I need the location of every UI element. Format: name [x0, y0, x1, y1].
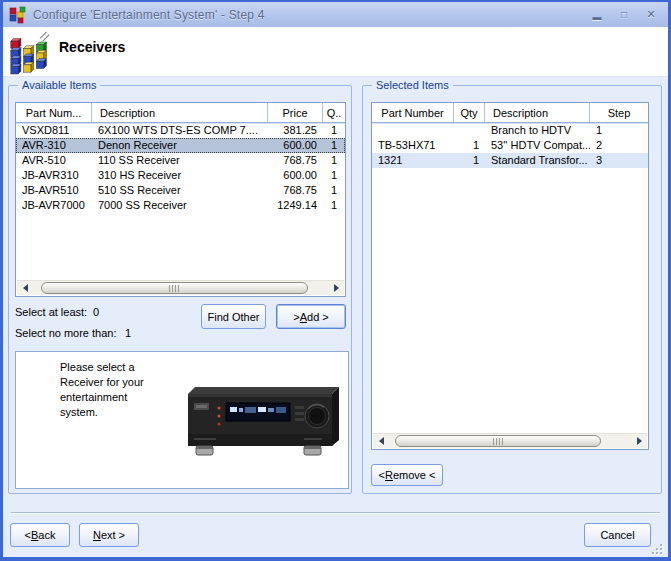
cell-part: JB-AVR7000	[16, 198, 92, 213]
table-row[interactable]: JB-AVR510510 SS Receiver768.751	[16, 183, 345, 198]
cell-desc: 7000 SS Receiver	[92, 198, 268, 213]
table-row[interactable]: AVR-510110 SS Receiver768.751	[16, 153, 345, 168]
scroll-right-arrow-icon[interactable]	[328, 281, 344, 295]
table-row[interactable]: 13211Standard Transfor...3	[372, 153, 648, 168]
cancel-button[interactable]: Cancel	[584, 523, 651, 547]
cell-qty: 1	[323, 153, 345, 168]
dialog-window: Configure 'Entertainment System' - Step …	[0, 0, 671, 561]
footer-divider	[11, 512, 660, 514]
back-button[interactable]: < Back	[10, 523, 70, 547]
remove-button[interactable]: < Remove <	[371, 464, 443, 486]
cell-qty: 1	[323, 198, 345, 213]
selected-items-group: Selected Items Part NumberQtyDescription…	[362, 85, 662, 494]
cell-part: JB-AVR310	[16, 168, 92, 183]
cell-qty: 1	[323, 183, 345, 198]
resize-grip[interactable]	[650, 542, 662, 554]
add-button[interactable]: > Add >	[276, 304, 346, 329]
scrollbar-thumb[interactable]	[395, 435, 601, 447]
cell-price: 768.75	[268, 153, 323, 168]
dialog-body: Available Items Part Num...DescriptionPr…	[3, 77, 668, 557]
column-header[interactable]: Description	[485, 103, 590, 122]
selection-hint: Please select a Receiver for your entert…	[60, 360, 144, 420]
page-header: Receivers	[3, 27, 668, 77]
available-horizontal-scrollbar[interactable]	[17, 280, 344, 295]
cell-qty: 1	[323, 138, 345, 153]
cell-part: VSXD811	[16, 123, 92, 138]
column-header[interactable]: Qty	[454, 103, 485, 122]
minimize-icon[interactable]: ▬	[590, 12, 604, 22]
scroll-left-arrow-icon[interactable]	[17, 281, 33, 295]
table-row[interactable]: Branch to HDTV1	[372, 123, 648, 138]
table-row[interactable]: JB-AVR310310 HS Receiver600.001	[16, 168, 345, 183]
select-at-least-label: Select at least:	[15, 306, 93, 318]
available-items-list: Part Num...DescriptionPriceQ.. VSXD8116X…	[15, 102, 346, 297]
receiver-image	[174, 378, 346, 464]
table-row[interactable]: AVR-310Denon Receiver600.001	[16, 138, 345, 153]
column-header[interactable]: Q..	[323, 103, 345, 122]
select-no-more-value: 1	[125, 327, 131, 339]
find-other-button[interactable]: Find Other	[201, 304, 266, 329]
column-header[interactable]: Part Number	[372, 103, 454, 122]
receivers-icon	[9, 31, 51, 75]
cell-part: AVR-510	[16, 153, 92, 168]
column-header[interactable]: Price	[268, 103, 323, 122]
item-description-box: Please select a Receiver for your entert…	[15, 351, 349, 489]
selected-horizontal-scrollbar[interactable]	[373, 433, 647, 448]
cell-desc: Denon Receiver	[92, 138, 268, 153]
cell-part: 1321	[372, 153, 454, 168]
cell-desc: 510 SS Receiver	[92, 183, 268, 198]
cell-desc: 53'' HDTV Compat...	[485, 138, 590, 153]
cell-part	[372, 123, 454, 138]
available-items-label: Available Items	[18, 79, 100, 91]
select-no-more-row: Select no more than: 1	[15, 327, 131, 339]
table-row[interactable]: JB-AVR70007000 SS Receiver1249.141	[16, 198, 345, 213]
cell-qty: 1	[454, 153, 485, 168]
next-button[interactable]: Next >	[79, 523, 139, 547]
cell-step: 1	[590, 123, 648, 138]
select-no-more-label: Select no more than:	[15, 327, 125, 339]
column-header[interactable]: Part Num...	[16, 103, 92, 122]
cell-price: 381.25	[268, 123, 323, 138]
cell-price: 768.75	[268, 183, 323, 198]
cell-qty: 1	[454, 138, 485, 153]
cell-price: 600.00	[268, 138, 323, 153]
available-items-group: Available Items Part Num...DescriptionPr…	[8, 85, 352, 494]
titlebar[interactable]: Configure 'Entertainment System' - Step …	[3, 2, 668, 27]
column-header[interactable]: Description	[92, 103, 268, 122]
selected-list-header: Part NumberQtyDescriptionStep	[372, 103, 648, 123]
cell-desc: 110 SS Receiver	[92, 153, 268, 168]
column-header[interactable]: Step	[590, 103, 648, 122]
cell-part: JB-AVR510	[16, 183, 92, 198]
cell-desc: 310 HS Receiver	[92, 168, 268, 183]
cell-desc: Branch to HDTV	[485, 123, 590, 138]
scrollbar-track[interactable]	[33, 281, 328, 295]
cell-part: TB-53HX71	[372, 138, 454, 153]
scroll-right-arrow-icon[interactable]	[631, 434, 647, 448]
page-title: Receivers	[59, 39, 125, 55]
cell-qty	[454, 123, 485, 138]
cell-qty: 1	[323, 123, 345, 138]
scroll-left-arrow-icon[interactable]	[373, 434, 389, 448]
window-title: Configure 'Entertainment System' - Step …	[33, 8, 590, 22]
close-icon[interactable]: ✕	[644, 8, 658, 21]
cell-desc: Standard Transfor...	[485, 153, 590, 168]
table-row[interactable]: VSXD8116X100 WTS DTS-ES COMP 7....381.25…	[16, 123, 345, 138]
available-list-header: Part Num...DescriptionPriceQ..	[16, 103, 345, 123]
selected-items-list: Part NumberQtyDescriptionStep Branch to …	[371, 102, 649, 450]
selected-list-rows: Branch to HDTV1TB-53HX71153'' HDTV Compa…	[372, 123, 648, 168]
maximize-icon[interactable]: □	[617, 9, 631, 20]
cell-qty: 1	[323, 168, 345, 183]
select-at-least-value: 0	[93, 306, 99, 318]
table-row[interactable]: TB-53HX71153'' HDTV Compat...2	[372, 138, 648, 153]
thumb-grip-icon	[493, 438, 504, 445]
scrollbar-thumb[interactable]	[41, 282, 308, 294]
cell-desc: 6X100 WTS DTS-ES COMP 7....	[92, 123, 268, 138]
available-list-rows: VSXD8116X100 WTS DTS-ES COMP 7....381.25…	[16, 123, 345, 213]
scrollbar-track[interactable]	[389, 434, 631, 448]
cell-price: 600.00	[268, 168, 323, 183]
cell-price: 1249.14	[268, 198, 323, 213]
selected-items-label: Selected Items	[372, 79, 453, 91]
app-icon	[9, 6, 27, 24]
cell-part: AVR-310	[16, 138, 92, 153]
cell-step: 3	[590, 153, 648, 168]
